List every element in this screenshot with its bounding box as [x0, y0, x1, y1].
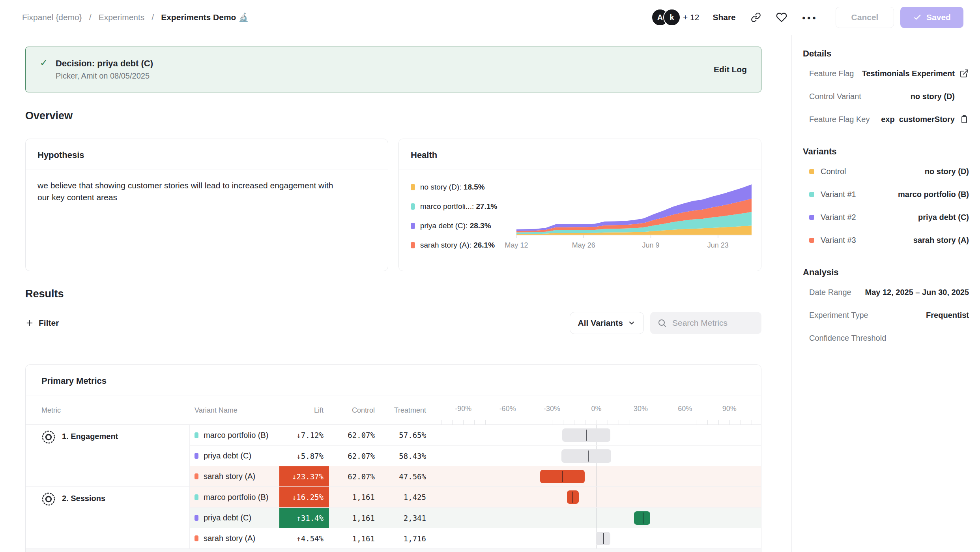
external-link-icon[interactable]	[959, 69, 969, 78]
legend-item: sarah story (A): 26.1%	[411, 241, 516, 250]
axis-tick-label: -30%	[544, 405, 560, 413]
treatment-value: 1,425	[380, 487, 432, 507]
variant-swatch	[809, 215, 814, 220]
variant-row: Control no story (D)	[802, 160, 969, 183]
axis-tick-label: 30%	[634, 405, 648, 413]
lift-value: ↑4.54%	[279, 528, 329, 548]
variant-swatch	[195, 453, 198, 459]
check-icon: ✓	[40, 57, 48, 68]
control-value: 1,161	[329, 487, 380, 507]
table-row[interactable]: sarah story (A) ↓23.37% 62.07% 47.56%	[190, 466, 761, 486]
health-card: Health no story (D): 18.5% marco portfol…	[398, 139, 761, 271]
legend-swatch	[411, 184, 415, 190]
search-metrics-input[interactable]	[672, 318, 751, 328]
search-icon	[657, 318, 667, 328]
control-value: 1,161	[329, 508, 380, 528]
confidence-interval-bar	[634, 511, 650, 525]
feature-flag-link[interactable]: Testimonials Experiment	[862, 69, 955, 78]
breadcrumb-experiments[interactable]: Experiments	[99, 13, 145, 22]
add-filter-button[interactable]: Filter	[25, 318, 59, 328]
add-metric-button[interactable]: Add	[26, 549, 761, 552]
details-sidebar: Details Feature Flag Testimonials Experi…	[791, 35, 980, 552]
breadcrumb-separator: /	[151, 13, 154, 22]
metric-name: 1. Engagement	[62, 432, 118, 441]
lift-value: ↓5.87%	[279, 446, 329, 466]
analysis-row-experiment-type: Experiment Type Frequentist	[802, 304, 969, 327]
variant-swatch	[195, 473, 198, 479]
axis-tick-label: 60%	[678, 405, 692, 413]
analysis-heading: Analysis	[802, 267, 969, 278]
treatment-value: 47.56%	[380, 466, 432, 486]
analysis-row-date-range: Date Range May 12, 2025 – Jun 30, 2025	[802, 281, 969, 304]
avatar-stack[interactable]: A k	[651, 9, 681, 26]
axis-tick-label: -90%	[455, 405, 471, 413]
metric-target-icon	[41, 430, 56, 444]
avatar-overflow-count[interactable]: + 12	[683, 13, 699, 22]
variant-swatch	[809, 169, 814, 174]
table-row[interactable]: sarah story (A) ↑4.54% 1,161 1,716	[190, 528, 761, 548]
variants-heading: Variants	[802, 146, 969, 157]
legend-swatch	[411, 223, 415, 229]
details-heading: Details	[802, 49, 969, 59]
mean-tick	[572, 492, 573, 503]
health-stacked-area-chart: May 12May 26Jun 9Jun 23	[516, 184, 752, 250]
cancel-button[interactable]: Cancel	[836, 7, 894, 28]
variant-swatch	[195, 535, 198, 541]
clipboard-copy-icon[interactable]	[959, 115, 969, 124]
lift-value: ↓23.37%	[279, 466, 329, 486]
metric-target-icon	[41, 492, 56, 506]
variant-swatch	[195, 515, 198, 521]
saved-button[interactable]: Saved	[900, 7, 963, 28]
detail-row-feature-flag-key: Feature Flag Key exp_customerStory	[802, 108, 969, 131]
copy-link-icon[interactable]	[751, 12, 761, 23]
variant-swatch	[195, 494, 198, 500]
legend-item: marco portfoli...: 27.1%	[411, 202, 516, 211]
metric-name: 2. Sessions	[62, 494, 105, 503]
variant-row: Variant #3 sarah story (A)	[802, 229, 969, 252]
chevron-down-icon	[628, 319, 636, 327]
table-header: Metric Variant Name Lift Control Treatme…	[26, 396, 761, 425]
avatar[interactable]: k	[663, 9, 681, 26]
hypothesis-text: we believe that showing customer stories…	[26, 169, 352, 214]
variants-dropdown[interactable]: All Variants	[570, 312, 644, 334]
table-row[interactable]: marco portfolio (B) ↓7.12% 62.07% 57.65%	[190, 425, 761, 445]
decision-subtitle: Picker, Amit on 08/05/2025	[56, 71, 153, 81]
results-heading: Results	[25, 288, 761, 300]
lift-axis: -90%-60%-30%0%30%60%90%	[441, 396, 752, 424]
overview-heading: Overview	[25, 110, 761, 122]
confidence-interval-plot	[441, 466, 752, 486]
metric-group: 2. Sessions marco portfolio (B) ↓16.25% …	[26, 487, 761, 549]
edit-log-button[interactable]: Edit Log	[714, 65, 747, 74]
topbar: Fixpanel {demo} / Experiments / Experime…	[0, 0, 980, 35]
metric-cell: 1. Engagement	[26, 425, 190, 486]
confidence-interval-plot	[441, 425, 752, 445]
axis-tick-label: 0%	[591, 405, 601, 413]
control-value: 62.07%	[329, 425, 380, 445]
more-options-icon[interactable]: ●●●	[802, 14, 817, 21]
confidence-interval-plot	[441, 508, 752, 528]
treatment-value: 58.43%	[380, 446, 432, 466]
check-icon	[913, 13, 922, 22]
share-button[interactable]: Share	[713, 13, 735, 22]
mean-tick	[643, 513, 643, 524]
lift-value: ↑31.4%	[279, 508, 329, 528]
table-row[interactable]: priya debt (C) ↓5.87% 62.07% 58.43%	[190, 445, 761, 466]
breadcrumb-project[interactable]: Fixpanel {demo}	[22, 13, 82, 22]
search-metrics-box[interactable]	[650, 312, 761, 334]
breadcrumb: Fixpanel {demo} / Experiments / Experime…	[22, 13, 249, 22]
mean-tick	[603, 533, 604, 544]
metric-group: 1. Engagement marco portfolio (B) ↓7.12%…	[26, 425, 761, 487]
confidence-interval-plot	[441, 528, 752, 548]
favorite-heart-icon[interactable]	[776, 12, 787, 23]
legend-item: no story (D): 18.5%	[411, 183, 516, 192]
detail-row-feature-flag: Feature Flag Testimonials Experiment	[802, 62, 969, 85]
decision-title: Decision: priya debt (C)	[56, 58, 153, 69]
primary-metrics-title: Primary Metrics	[26, 365, 761, 396]
mean-tick	[562, 471, 563, 482]
decision-banner: ✓ Decision: priya debt (C) Picker, Amit …	[25, 47, 761, 92]
variant-row: Variant #2 priya debt (C)	[802, 206, 969, 229]
table-row[interactable]: marco portfolio (B) ↓16.25% 1,161 1,425	[190, 487, 761, 507]
plus-icon	[25, 319, 34, 327]
treatment-value: 2,341	[380, 508, 432, 528]
table-row[interactable]: priya debt (C) ↑31.4% 1,161 2,341	[190, 507, 761, 528]
